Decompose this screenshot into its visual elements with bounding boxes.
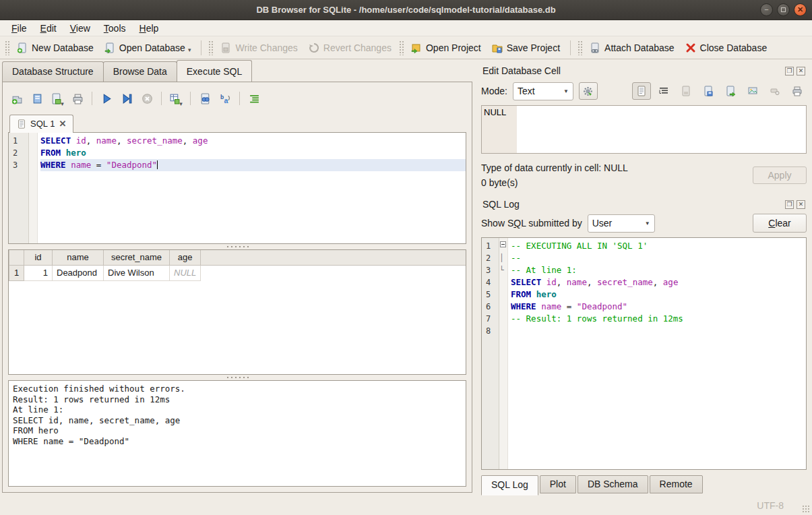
row-header[interactable]: 1 xyxy=(9,265,24,280)
menu-tools[interactable]: Tools xyxy=(98,22,132,35)
text-mode-button[interactable] xyxy=(632,82,651,100)
results-grid[interactable]: idnamesecret_nameage11DeadpondDive Wilso… xyxy=(8,249,466,375)
close-tab-icon[interactable]: ✕ xyxy=(59,119,66,129)
print-button[interactable] xyxy=(69,90,86,107)
column-header-secret_name[interactable]: secret_name xyxy=(104,250,170,265)
cell-size-info: 0 byte(s) xyxy=(481,175,628,190)
fold-marker xyxy=(499,289,507,301)
column-header-age[interactable]: age xyxy=(170,250,201,265)
sql-log-filter-row: Show SQL submitted by User ▼ Clear xyxy=(481,212,807,235)
cell-type-row: Type of data currently in cell: NULL 0 b… xyxy=(481,160,807,190)
title-bar[interactable]: DB Browser for SQLite - /home/user/code/… xyxy=(0,0,812,20)
toolbar-grip-icon xyxy=(399,40,404,55)
dock-tab-sql-log[interactable]: SQL Log xyxy=(481,475,538,495)
line-number: 7 xyxy=(486,313,496,325)
fold-marker xyxy=(29,135,37,147)
apply-button[interactable]: Apply xyxy=(753,166,807,184)
close-database-button[interactable]: Close Database xyxy=(680,40,773,56)
auto-switch-mode-button[interactable] xyxy=(579,82,598,100)
menu-view[interactable]: View xyxy=(64,22,96,35)
column-header-id[interactable]: id xyxy=(24,250,53,265)
resize-grip-icon[interactable] xyxy=(802,505,810,513)
open-sql-button[interactable] xyxy=(28,90,46,107)
sql-log-view[interactable]: 12345678│└-- EXECUTING ALL IN 'SQL 1'---… xyxy=(481,237,807,470)
new-database-icon xyxy=(17,42,28,53)
save-sql-button[interactable]: ▾ xyxy=(49,90,66,107)
dropdown-caret-icon[interactable]: ▾ xyxy=(61,100,64,107)
cell-editor-icons xyxy=(632,82,807,100)
menu-edit[interactable]: Edit xyxy=(34,22,63,35)
submitted-by-select[interactable]: User ▼ xyxy=(588,214,655,233)
open-project-button[interactable]: Open Project xyxy=(406,40,487,56)
window-title: DB Browser for SQLite - /home/user/code/… xyxy=(256,5,555,15)
image-link-button[interactable] xyxy=(743,82,762,100)
open-sql-icon xyxy=(32,93,43,104)
main-content: Database StructureBrowse DataExecute SQL… xyxy=(0,59,812,495)
open-database-button[interactable]: Open Database▾ xyxy=(99,40,197,56)
table-cell[interactable]: Dive Wilson xyxy=(104,265,170,280)
float-dock-icon[interactable]: ❐ xyxy=(785,67,794,75)
menu-file[interactable]: File xyxy=(5,22,33,35)
attach-database-button[interactable]: Attach Database xyxy=(584,40,680,56)
code-area[interactable]: SELECT id, name, secret_name, ageFROM he… xyxy=(38,133,466,243)
table-cell[interactable]: NULL xyxy=(170,265,201,280)
print-cell-button[interactable] xyxy=(788,82,807,100)
dock-tab-plot[interactable]: Plot xyxy=(540,475,576,493)
fold-marker[interactable] xyxy=(499,240,507,252)
export-results-button[interactable]: ▾ xyxy=(167,90,185,107)
print-cell-icon xyxy=(792,86,803,96)
sql-editor[interactable]: 123SELECT id, name, secret_name, ageFROM… xyxy=(8,132,466,244)
code-line: WHERE name = "Deadpond" xyxy=(40,159,466,171)
column-header-name[interactable]: name xyxy=(53,250,104,265)
tab-execute-sql[interactable]: Execute SQL xyxy=(177,60,253,82)
tab-database-structure[interactable]: Database Structure xyxy=(2,61,104,82)
dock-tab-remote[interactable]: Remote xyxy=(650,475,703,493)
table-cell[interactable]: 1 xyxy=(24,265,53,280)
float-dock-icon[interactable]: ❐ xyxy=(785,200,794,209)
minimize-button[interactable]: − xyxy=(760,3,773,16)
mode-select[interactable]: Text ▼ xyxy=(513,82,573,100)
menu-help[interactable]: Help xyxy=(133,22,165,35)
collapse-icon[interactable] xyxy=(500,241,506,247)
close-button[interactable]: ✕ xyxy=(794,3,807,16)
splitter-handle-icon xyxy=(226,376,249,379)
editor-results-splitter[interactable] xyxy=(8,244,466,249)
toolbar-button-label: New Database xyxy=(32,42,94,53)
line-number: 2 xyxy=(486,252,496,264)
save-project-button[interactable]: Save Project xyxy=(487,40,565,56)
line-number: 1 xyxy=(486,240,496,252)
export-cell-button[interactable] xyxy=(721,82,740,100)
results-message-splitter[interactable] xyxy=(8,375,466,380)
dropdown-caret-icon[interactable]: ▾ xyxy=(188,47,191,53)
stop-icon xyxy=(142,93,153,104)
cell-editor-area[interactable] xyxy=(517,106,806,153)
new-database-button[interactable]: New Database xyxy=(11,40,99,56)
find-button[interactable] xyxy=(196,90,214,107)
maximize-button[interactable] xyxy=(777,3,790,16)
close-dock-icon[interactable]: ✕ xyxy=(797,67,805,75)
clear-button[interactable]: Clear xyxy=(753,214,807,233)
dock-tab-db-schema[interactable]: DB Schema xyxy=(577,475,648,493)
word-wrap-button[interactable] xyxy=(654,82,673,100)
text-mode-icon xyxy=(636,86,647,96)
corner-header[interactable] xyxy=(9,250,24,265)
mode-label: Mode: xyxy=(481,86,507,96)
code-area[interactable]: -- EXECUTING ALL IN 'SQL 1'---- At line … xyxy=(508,238,806,469)
format-button[interactable] xyxy=(245,90,263,107)
import-cell-button[interactable] xyxy=(699,82,718,100)
execute-line-button[interactable] xyxy=(118,90,135,107)
new-tab-button[interactable] xyxy=(8,90,26,107)
dropdown-caret-icon[interactable]: ▾ xyxy=(179,100,183,107)
replace-button[interactable]: ba xyxy=(216,90,234,107)
filter-value: User xyxy=(592,218,613,229)
close-dock-icon[interactable]: ✕ xyxy=(797,200,805,209)
toolbar-separator xyxy=(239,92,240,105)
table-cell[interactable]: Deadpond xyxy=(53,265,104,280)
sql-tab-sql-1[interactable]: SQL 1✕ xyxy=(9,115,73,133)
cell-editor[interactable]: NULL xyxy=(481,105,807,154)
encoding-indicator[interactable]: UTF-8 xyxy=(757,500,784,511)
execute-all-button[interactable] xyxy=(98,90,115,107)
line-number: 3 xyxy=(13,159,26,171)
line-number-gutter: 123 xyxy=(9,133,29,243)
tab-browse-data[interactable]: Browse Data xyxy=(103,61,177,82)
